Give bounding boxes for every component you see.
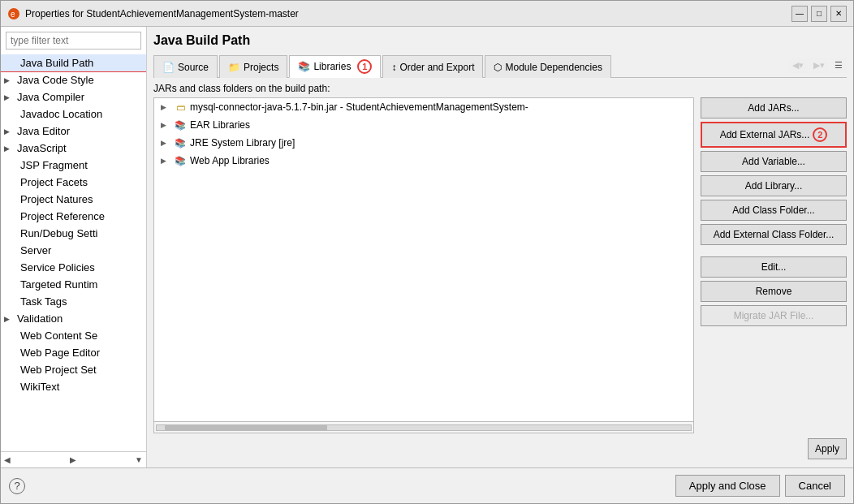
cancel-button[interactable]: Cancel <box>785 475 845 497</box>
tabs-bar: 📄Source📁Projects📚Libraries1↕Order and Ex… <box>153 54 847 78</box>
bottom-left: ? <box>9 478 25 494</box>
btn-add-jars[interactable]: Add JARs... <box>701 97 847 118</box>
app-icon: e <box>7 7 20 20</box>
scroll-right-arrow[interactable]: ▶ <box>70 455 76 464</box>
chevron-icon: ▶ <box>4 144 14 153</box>
tab-icon-source: 📄 <box>162 62 175 73</box>
chevron-icon: ▶ <box>4 315 14 323</box>
sidebar-item-label: Service Policies <box>20 261 95 274</box>
btn-add-class-folder[interactable]: Add Class Folder... <box>701 200 847 221</box>
sidebar-item-service-policies[interactable]: Service Policies <box>1 259 146 276</box>
tree-item-mysql-connector[interactable]: ▶🗃mysql-connector-java-5.1.7-bin.jar - S… <box>154 98 693 116</box>
dialog-title: Properties for StudentAchievementManagem… <box>25 8 791 19</box>
right-panel: Java Build Path 📄Source📁Projects📚Librari… <box>147 27 853 467</box>
main-content: Java Build Path▶Java Code Style▶Java Com… <box>1 27 853 467</box>
tree-item-ear-libraries[interactable]: ▶📚EAR Libraries <box>154 116 693 134</box>
sidebar-item-validation[interactable]: ▶Validation <box>1 310 146 327</box>
sidebar-item-web-page-editor[interactable]: Web Page Editor <box>1 344 146 361</box>
tree-chevron-icon: ▶ <box>161 157 170 165</box>
back-button[interactable]: ◀▾ <box>788 58 808 73</box>
title-bar: e Properties for StudentAchievementManag… <box>1 1 853 27</box>
sidebar-scroll-controls: ◀ ▶ ▼ <box>1 451 146 467</box>
tab-icon-libraries: 📚 <box>298 61 310 72</box>
btn-add-external-jars[interactable]: Add External JARs...2 <box>701 122 847 148</box>
btn-add-variable[interactable]: Add Variable... <box>701 151 847 172</box>
horizontal-scrollbar[interactable] <box>153 422 694 433</box>
sidebar-item-wikitext[interactable]: WikiText <box>1 378 146 395</box>
tree-item-jre-system[interactable]: ▶📚JRE System Library [jre] <box>154 134 693 152</box>
right-panel-wrapper: ◀▾ ▶▾ ☰ Java Build Path 📄Source📁Projects… <box>147 27 853 467</box>
btn-add-external-class-folder[interactable]: Add External Class Folder... <box>701 224 847 245</box>
sidebar-item-label: Targeted Runtim <box>20 278 97 291</box>
tree-item-icon-mysql-connector: 🗃 <box>174 101 187 114</box>
sidebar-item-web-content-settings[interactable]: Web Content Se <box>1 327 146 344</box>
sidebar-item-label: Java Compiler <box>17 91 84 103</box>
tab-icon-module-dependencies: ⬡ <box>494 62 502 73</box>
tab-source[interactable]: 📄Source <box>153 55 218 78</box>
sidebar-item-java-code-style[interactable]: ▶Java Code Style <box>1 71 146 88</box>
tree-item-web-app-libraries[interactable]: ▶📚Web App Libraries <box>154 152 693 170</box>
tree-item-label: mysql-connector-java-5.1.7-bin.jar - Stu… <box>190 101 528 113</box>
tree-item-icon-ear-libraries: 📚 <box>174 118 187 131</box>
tab-module-dependencies[interactable]: ⬡Module Dependencies <box>485 55 610 78</box>
sidebar-item-label: Web Project Set <box>20 364 97 376</box>
tree-item-label: EAR Libraries <box>190 119 250 131</box>
tab-label-libraries: Libraries <box>313 61 351 72</box>
scroll-down-arrow[interactable]: ▼ <box>135 455 143 464</box>
sidebar-item-targeted-runtime[interactable]: Targeted Runtim <box>1 276 146 293</box>
annotation-circle-1: 1 <box>357 59 372 74</box>
sidebar-item-label: Project Reference <box>20 210 105 222</box>
sidebar-item-label: Project Natures <box>20 193 93 205</box>
tab-order-export[interactable]: ↕Order and Export <box>382 55 483 78</box>
sidebar-item-label: Project Facets <box>20 176 88 188</box>
sidebar: Java Build Path▶Java Code Style▶Java Com… <box>1 27 147 467</box>
tree-container[interactable]: ▶🗃mysql-connector-java-5.1.7-bin.jar - S… <box>153 97 694 422</box>
btn-edit[interactable]: Edit... <box>701 256 847 278</box>
menu-button[interactable]: ☰ <box>830 58 847 73</box>
minimize-button[interactable]: — <box>791 6 808 22</box>
maximize-button[interactable]: □ <box>811 6 827 22</box>
apply-button[interactable]: Apply <box>808 438 847 459</box>
sidebar-item-web-project-settings[interactable]: Web Project Set <box>1 361 146 378</box>
sidebar-item-project-natures[interactable]: Project Natures <box>1 191 146 208</box>
sidebar-item-label: Validation <box>17 312 63 325</box>
apply-close-button[interactable]: Apply and Close <box>675 475 780 497</box>
sidebar-item-server[interactable]: Server <box>1 242 146 259</box>
sidebar-item-task-tags[interactable]: Task Tags <box>1 293 146 310</box>
sidebar-item-label: Server <box>20 244 51 256</box>
sidebar-item-jsp-fragment[interactable]: JSP Fragment <box>1 157 146 174</box>
scroll-track <box>156 424 692 431</box>
panel-body: ▶🗃mysql-connector-java-5.1.7-bin.jar - S… <box>153 97 847 433</box>
apply-panel: Apply <box>153 433 847 461</box>
scroll-left-arrow[interactable]: ◀ <box>4 455 11 464</box>
sidebar-item-project-references[interactable]: Project Reference <box>1 208 146 225</box>
btn-remove[interactable]: Remove <box>701 281 847 302</box>
tree-chevron-icon: ▶ <box>161 103 170 111</box>
chevron-icon: ▶ <box>4 93 14 101</box>
bottom-right: Apply and Close Cancel <box>675 475 845 497</box>
sidebar-item-label: WikiText <box>20 381 59 393</box>
tab-projects[interactable]: 📁Projects <box>219 55 287 78</box>
sidebar-item-java-build-path[interactable]: Java Build Path <box>1 54 146 71</box>
sidebar-item-javascript[interactable]: ▶JavaScript <box>1 140 146 157</box>
chevron-icon: ▶ <box>4 127 14 136</box>
forward-button[interactable]: ▶▾ <box>809 58 829 73</box>
tab-libraries[interactable]: 📚Libraries1 <box>289 55 381 78</box>
sidebar-item-javadoc-location[interactable]: Javadoc Location <box>1 106 146 123</box>
close-button[interactable]: ✕ <box>830 6 847 22</box>
bottom-bar: ? Apply and Close Cancel <box>1 467 853 503</box>
sidebar-item-java-compiler[interactable]: ▶Java Compiler <box>1 88 146 106</box>
help-icon[interactable]: ? <box>9 478 25 494</box>
sidebar-item-run-debug-settings[interactable]: Run/Debug Setti <box>1 225 146 242</box>
buttons-panel: Add JARs...Add External JARs...2Add Vari… <box>701 97 847 433</box>
sidebar-item-project-facets[interactable]: Project Facets <box>1 174 146 191</box>
scroll-thumb <box>165 425 327 430</box>
sidebar-item-label: Java Code Style <box>17 74 94 86</box>
tree-panel: ▶🗃mysql-connector-java-5.1.7-bin.jar - S… <box>153 97 694 433</box>
annotation-circle-2: 2 <box>813 127 827 142</box>
tab-icon-projects: 📁 <box>228 62 240 73</box>
filter-input[interactable] <box>6 32 141 50</box>
sidebar-list: Java Build Path▶Java Code Style▶Java Com… <box>1 54 146 451</box>
btn-add-library[interactable]: Add Library... <box>701 175 847 196</box>
sidebar-item-java-editor[interactable]: ▶Java Editor <box>1 123 146 140</box>
